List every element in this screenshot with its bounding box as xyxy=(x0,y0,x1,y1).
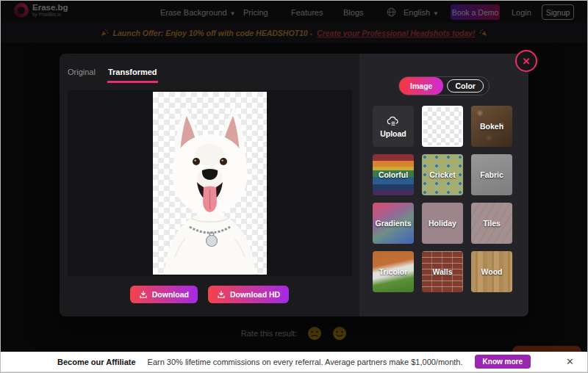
close-icon: ✕ xyxy=(523,56,531,67)
cloud-upload-icon xyxy=(386,115,401,127)
cricket-tile[interactable]: Cricket xyxy=(422,154,463,195)
download-icon xyxy=(139,290,148,299)
close-icon[interactable]: ✕ xyxy=(566,356,574,367)
affiliate-bar: Become our Affiliate Earn 30% lifetime c… xyxy=(1,352,587,372)
preview-tabs: Original Transformed xyxy=(67,65,158,83)
toggle-image[interactable]: Image xyxy=(399,77,443,95)
modal-close-button[interactable]: ✕ xyxy=(515,50,537,72)
affiliate-text: Earn 30% lifetime commissions on every r… xyxy=(148,358,463,366)
tab-original[interactable]: Original xyxy=(67,65,96,83)
tricolor-tile[interactable]: Tricolor xyxy=(373,251,414,292)
gradients-tile[interactable]: Gradients xyxy=(373,203,414,244)
transformed-image-dog xyxy=(153,92,267,275)
download-actions: Download Download HD xyxy=(60,286,359,303)
tab-transformed[interactable]: Transformed xyxy=(107,65,158,83)
holiday-tile[interactable]: Holiday xyxy=(422,203,463,244)
image-stage xyxy=(68,90,352,276)
wood-tile[interactable]: Wood xyxy=(471,251,512,292)
download-hd-button[interactable]: Download HD xyxy=(208,286,289,303)
fabric-tile[interactable]: Fabric xyxy=(471,154,512,195)
download-icon xyxy=(217,290,226,299)
transparent-tile-selected[interactable] xyxy=(422,106,463,147)
result-modal: Original Transformed xyxy=(60,54,528,316)
background-picker-panel: Image Color Upload Bokeh Colorful Cricke… xyxy=(359,54,528,316)
toggle-color[interactable]: Color xyxy=(447,79,483,93)
colorful-tile[interactable]: Colorful xyxy=(373,154,414,195)
tiles-tile[interactable]: Tiles xyxy=(471,203,512,244)
know-more-button[interactable]: Know more xyxy=(475,355,531,369)
white-dog-image xyxy=(153,92,267,275)
download-button[interactable]: Download xyxy=(130,286,198,303)
upload-tile[interactable]: Upload xyxy=(373,106,414,147)
walls-tile[interactable]: Walls xyxy=(422,251,463,292)
erase-bg-app-window: Erase.bg by PixelBin.io Erase Background… xyxy=(0,0,588,373)
bokeh-tile[interactable]: Bokeh xyxy=(471,106,512,147)
affiliate-title: Become our Affiliate xyxy=(57,358,136,366)
texture-grid: Upload Bokeh Colorful Cricket Fabric Gra… xyxy=(373,106,512,292)
image-color-toggle: Image Color xyxy=(398,76,490,95)
